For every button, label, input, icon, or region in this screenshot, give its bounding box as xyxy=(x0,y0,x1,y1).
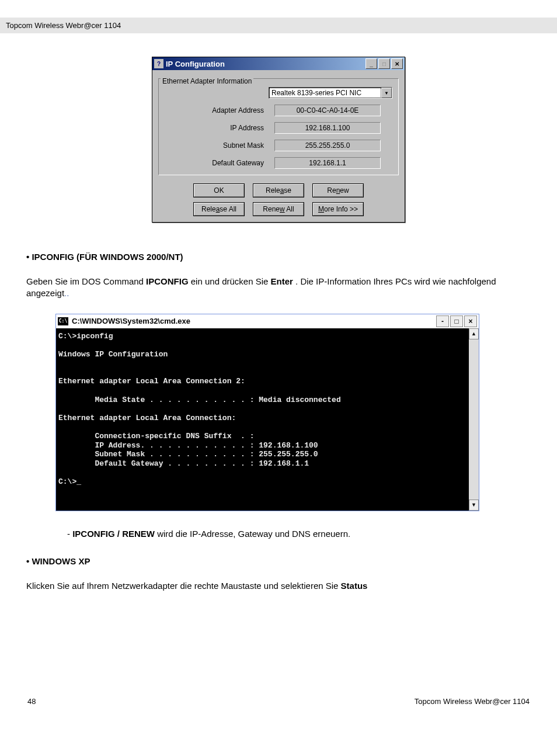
ipconfig-description: Geben Sie im DOS Command IPCONFIG ein un… xyxy=(26,276,531,300)
header-text: Topcom Wireless Webr@cer 1104 xyxy=(6,21,121,30)
adapter-dropdown-value: Realtek 8139-series PCI NIC xyxy=(269,88,381,98)
adapter-address-value: 00-C0-4C-A0-14-0E xyxy=(274,105,381,116)
scroll-up-icon[interactable]: ▲ xyxy=(469,328,479,339)
cmd-icon: C:\ xyxy=(58,317,68,325)
section-heading-winxp: • WINDOWS XP xyxy=(26,556,531,566)
default-gateway-value: 192.168.1.1 xyxy=(274,157,381,169)
cmd-title: C:\WINDOWS\System32\cmd.exe xyxy=(72,317,435,325)
page-number: 48 xyxy=(27,697,36,706)
default-gateway-label: Default Gateway xyxy=(165,159,274,167)
release-all-button[interactable]: Release All xyxy=(193,202,245,216)
section-heading-ipconfig: • IPCONFIG (FÜR WINDOWS 2000/NT) xyxy=(26,252,531,262)
close-button[interactable]: ✕ xyxy=(391,58,403,69)
dialog-title: IP Configuration xyxy=(166,60,364,68)
adapter-dropdown[interactable]: Realtek 8139-series PCI NIC ▼ xyxy=(269,87,392,99)
page-footer: 48 Topcom Wireless Webr@cer 1104 xyxy=(26,697,531,706)
ip-configuration-dialog: ? IP Configuration _ □ ✕ Ethernet Adapte… xyxy=(152,57,405,223)
release-button[interactable]: Release xyxy=(253,183,304,197)
document-header: Topcom Wireless Webr@cer 1104 xyxy=(0,18,557,33)
cmd-titlebar: C:\ C:\WINDOWS\System32\cmd.exe - □ × xyxy=(56,314,479,328)
ip-address-label: IP Address xyxy=(165,124,274,132)
footer-product: Topcom Wireless Webr@cer 1104 xyxy=(415,697,530,706)
cmd-close-button[interactable]: × xyxy=(464,315,477,327)
winxp-description: Klicken Sie auf Ihrem Netzwerkadapter di… xyxy=(26,580,531,592)
ok-button[interactable]: OK xyxy=(193,183,245,197)
ip-address-value: 192.168.1.100 xyxy=(274,122,381,134)
renew-button[interactable]: Renew xyxy=(312,183,364,197)
cmd-scrollbar[interactable]: ▲ ▼ xyxy=(469,328,479,511)
cmd-window: C:\ C:\WINDOWS\System32\cmd.exe - □ × C:… xyxy=(55,314,479,511)
chevron-down-icon[interactable]: ▼ xyxy=(381,88,392,98)
renew-note: - IPCONFIG / RENEW wird die IP-Adresse, … xyxy=(67,529,531,539)
cmd-maximize-button[interactable]: □ xyxy=(450,315,463,327)
help-icon: ? xyxy=(154,59,163,68)
fieldset-label: Ethernet Adapter Information xyxy=(161,77,253,85)
more-info-button[interactable]: More Info >> xyxy=(312,202,364,216)
scroll-down-icon[interactable]: ▼ xyxy=(469,500,479,511)
subnet-mask-value: 255.255.255.0 xyxy=(274,140,381,151)
cmd-minimize-button[interactable]: - xyxy=(436,315,449,327)
adapter-fieldset: Realtek 8139-series PCI NIC ▼ Adapter Ad… xyxy=(158,78,399,175)
minimize-button[interactable]: _ xyxy=(365,58,377,69)
dialog-titlebar: ? IP Configuration _ □ ✕ xyxy=(152,57,405,70)
subnet-mask-label: Subnet Mask xyxy=(165,141,274,150)
cmd-output: C:\>ipconfig Windows IP Configuration Et… xyxy=(56,328,469,511)
renew-all-button[interactable]: Renew All xyxy=(253,202,304,216)
adapter-address-label: Adapter Address xyxy=(165,106,274,115)
maximize-button[interactable]: □ xyxy=(378,58,390,69)
